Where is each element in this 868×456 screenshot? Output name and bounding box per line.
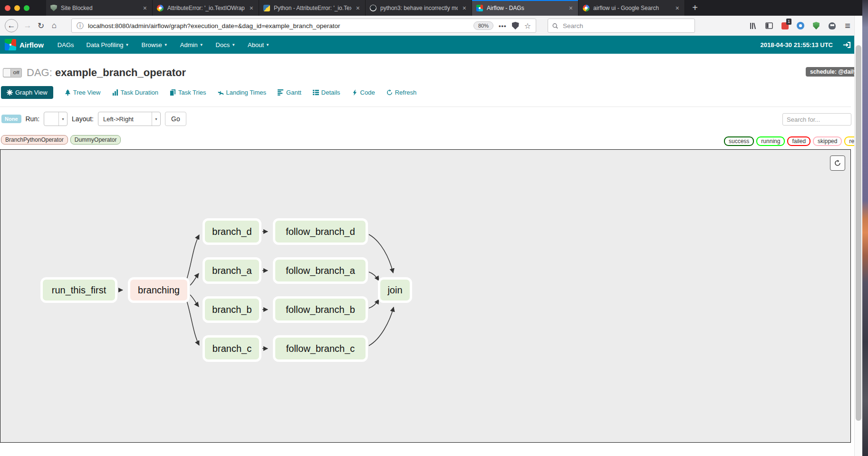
- tab-title: airflow ui - Google Search: [593, 5, 671, 11]
- browser-search-bar[interactable]: [548, 19, 695, 33]
- tab-close-icon[interactable]: ×: [249, 4, 254, 12]
- screen: Site Blocked×AttributeError: '_io.TextIO…: [0, 0, 868, 456]
- minimize-window-button[interactable]: [14, 5, 20, 11]
- graph-refresh-button[interactable]: [830, 155, 845, 171]
- caret-down-icon: ▼: [266, 43, 270, 47]
- new-tab-button[interactable]: +: [687, 0, 703, 16]
- view-tab-landing-times[interactable]: Landing Times: [218, 89, 267, 96]
- nav-item-admin[interactable]: Admin▼: [174, 36, 210, 54]
- extension-blue-icon[interactable]: [796, 21, 805, 30]
- browser-toolbar: ← → ↻ ⌂ ⓘ localhost:8080/admin/airflow/g…: [0, 16, 862, 36]
- back-button[interactable]: ←: [5, 19, 18, 32]
- site-info-icon[interactable]: ⓘ: [77, 21, 84, 30]
- logout-icon[interactable]: [843, 41, 851, 49]
- operator-legend: BranchPythonOperatorDummyOperator: [1, 135, 121, 145]
- dag-header: Off DAG: example_branch_operator: [3, 67, 186, 79]
- view-tab-task-tries[interactable]: Task Tries: [170, 89, 206, 96]
- desktop-wallpaper: [862, 0, 868, 456]
- extension-adblock-icon[interactable]: 1: [781, 21, 789, 30]
- task-search-input[interactable]: [782, 113, 851, 126]
- home-button[interactable]: ⌂: [48, 19, 61, 32]
- tries-icon: [170, 89, 176, 96]
- browser-tab-python-attributeerror-io-tex[interactable]: Python - AttributeError: '_io.Tex×: [259, 0, 366, 16]
- toolbar-icons: 1 ≡: [749, 21, 858, 30]
- menu-hamburger-icon[interactable]: ≡: [843, 21, 852, 30]
- go-button[interactable]: Go: [165, 112, 186, 126]
- url-text[interactable]: localhost:8080/admin/airflow/graph?execu…: [88, 22, 340, 29]
- scrollbar-thumb[interactable]: [856, 45, 861, 421]
- edge-branching-to-branch_d: [187, 235, 199, 279]
- bookmark-star-icon[interactable]: ☆: [524, 21, 531, 30]
- nav-item-label: Docs: [216, 41, 230, 49]
- layout-select[interactable]: Left->Right ▾: [98, 112, 161, 126]
- nav-item-about[interactable]: About▼: [241, 36, 276, 54]
- nav-item-dags[interactable]: DAGs: [51, 36, 80, 54]
- node-follow_branch_b[interactable]: follow_branch_b: [273, 296, 368, 323]
- view-tab-refresh[interactable]: Refresh: [386, 89, 417, 96]
- url-bar-widgets: 80% ••• ☆: [473, 21, 531, 30]
- extension-badge: 1: [786, 19, 791, 25]
- run-select[interactable]: ▾: [44, 112, 68, 126]
- node-join[interactable]: join: [378, 277, 412, 303]
- refresh-icon: [386, 89, 393, 96]
- browser-tab-site-blocked[interactable]: Site Blocked×: [46, 0, 153, 16]
- node-branch_b[interactable]: branch_b: [203, 296, 261, 323]
- reload-button[interactable]: ↻: [34, 19, 48, 32]
- node-follow_branch_c[interactable]: follow_branch_c: [273, 335, 368, 362]
- node-follow_branch_d[interactable]: follow_branch_d: [273, 218, 368, 245]
- view-tab-code[interactable]: Code: [352, 89, 375, 96]
- view-tab-graph-view[interactable]: Graph View: [1, 86, 53, 99]
- airflow-brand[interactable]: Airflow: [5, 39, 44, 50]
- state-badge-running: running: [756, 136, 785, 146]
- url-bar[interactable]: ⓘ localhost:8080/admin/airflow/graph?exe…: [71, 19, 536, 33]
- forward-button[interactable]: →: [21, 19, 34, 32]
- caret-down-icon: ▼: [200, 43, 203, 47]
- zoom-level-badge[interactable]: 80%: [473, 21, 493, 30]
- view-tabs-row: Graph ViewTree ViewTask DurationTask Tri…: [1, 86, 416, 99]
- dag-graph-canvas[interactable]: run_this_firstbranchingbranch_dfollow_br…: [0, 149, 851, 443]
- close-window-button[interactable]: [5, 5, 10, 11]
- zoom-window-button[interactable]: [24, 5, 29, 11]
- sidebar-icon[interactable]: [765, 21, 773, 30]
- dag-pause-toggle[interactable]: Off: [3, 68, 22, 78]
- node-branch_d[interactable]: branch_d: [203, 218, 261, 245]
- view-tab-details[interactable]: Details: [313, 89, 340, 96]
- airflow-nav-items: DAGsData Profiling▼Browse▼Admin▼Docs▼Abo…: [51, 36, 276, 54]
- utc-clock: 2018-04-30 21:55:13 UTC: [761, 41, 833, 49]
- node-branching[interactable]: branching: [128, 277, 190, 303]
- library-icon[interactable]: [749, 21, 758, 30]
- view-tab-label: Details: [321, 89, 340, 96]
- view-tab-gantt[interactable]: Gantt: [278, 89, 301, 96]
- view-tab-tree-view[interactable]: Tree View: [65, 89, 101, 96]
- page-actions-icon[interactable]: •••: [499, 22, 507, 29]
- view-tab-task-duration[interactable]: Task Duration: [112, 89, 158, 96]
- scrollbar-track[interactable]: [854, 16, 862, 456]
- operator-badge-branchpythonoperator: BranchPythonOperator: [1, 135, 68, 145]
- state-badge-success: success: [724, 136, 754, 146]
- view-tab-label: Task Duration: [121, 89, 158, 96]
- nav-item-browse[interactable]: Browse▼: [135, 36, 174, 54]
- extension-shield-icon[interactable]: [812, 21, 820, 30]
- extension-ghostery-icon[interactable]: [828, 21, 836, 30]
- tab-close-icon[interactable]: ×: [462, 4, 467, 12]
- tab-close-icon[interactable]: ×: [142, 4, 148, 12]
- tab-close-icon[interactable]: ×: [568, 4, 574, 12]
- nav-item-label: About: [248, 41, 264, 49]
- browser-tab-attributeerror-io-textiowrapp[interactable]: AttributeError: '_io.TextIOWrapp×: [153, 0, 259, 16]
- tab-close-icon[interactable]: ×: [675, 4, 680, 12]
- node-branch_a[interactable]: branch_a: [203, 257, 261, 284]
- view-tab-label: Landing Times: [226, 89, 267, 96]
- tab-close-icon[interactable]: ×: [355, 4, 361, 12]
- nav-item-docs[interactable]: Docs▼: [210, 36, 242, 54]
- node-run_this_first[interactable]: run_this_first: [40, 277, 117, 303]
- node-branch_c[interactable]: branch_c: [203, 335, 261, 362]
- operator-badge-dummyoperator: DummyOperator: [70, 135, 121, 145]
- browser-search-input[interactable]: [562, 22, 690, 30]
- browser-tab-airflow-ui-google-search[interactable]: airflow ui - Google Search×: [579, 0, 685, 16]
- browser-tab-airflow-dags[interactable]: Airflow - DAGs×: [472, 0, 579, 16]
- browser-tab-python3-behave-incorrectly-mo[interactable]: python3: behave incorrectly mo×: [366, 0, 472, 16]
- caret-down-icon: ▼: [164, 43, 168, 47]
- tracking-protection-icon[interactable]: [512, 22, 519, 29]
- node-follow_branch_a[interactable]: follow_branch_a: [273, 257, 368, 284]
- nav-item-data-profiling[interactable]: Data Profiling▼: [80, 36, 135, 54]
